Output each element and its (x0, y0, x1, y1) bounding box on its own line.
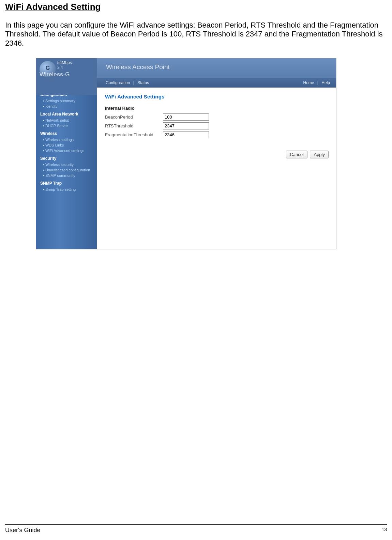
logo-name: Wireless-G (40, 71, 70, 78)
rts-threshold-label: RTSThreshold (105, 123, 163, 128)
sidebar-item-dhcp[interactable]: DHCP Server (36, 123, 97, 128)
footer-guide: User's Guide (5, 527, 40, 534)
nav-help[interactable]: Help (321, 80, 330, 85)
doc-title: WiFi Advanced Setting (5, 2, 387, 12)
sidebar-item-wifi-advanced[interactable]: WiFi Advanced settings (36, 148, 97, 153)
fragmentation-threshold-input[interactable] (163, 131, 209, 138)
sidebar-item-wireless-security[interactable]: Wireless security (36, 162, 97, 167)
header-bar: G 54Mbps 2.4 Wireless-G Wireless Access … (36, 58, 336, 78)
page-footer: User's Guide 13 (5, 524, 387, 534)
nav-separator: | (133, 80, 134, 85)
page-number: 13 (381, 527, 387, 532)
section-security: Security (36, 153, 97, 162)
nav-home[interactable]: Home (303, 80, 314, 85)
fragmentation-threshold-label: FragmentationThreshold (105, 132, 163, 137)
nav-configuration[interactable]: Configuration (106, 80, 130, 85)
sidebar-item-snmp-community[interactable]: SNMP community (36, 173, 97, 178)
logo-band: 2.4 (57, 65, 63, 70)
sidebar-item-unauthorized-config[interactable]: Unauthorized configuration (36, 167, 97, 173)
sidebar-item-settings-summary[interactable]: Settings summary (36, 98, 97, 104)
sidebar-item-network-setup[interactable]: Network setup (36, 118, 97, 123)
sidebar-item-snmp-trap-setting[interactable]: Snmp Trap setting (36, 187, 97, 192)
beacon-period-input[interactable] (163, 113, 209, 121)
content-title: WiFi Advanced Settings (105, 94, 328, 99)
product-title: Wireless Access Point (106, 63, 170, 71)
sidebar: Configuration Settings summary Identity … (36, 88, 97, 249)
nav-separator: | (317, 80, 318, 85)
nav-status[interactable]: Status (137, 80, 149, 85)
rts-threshold-input[interactable] (163, 122, 209, 129)
logo-speed: 54Mbps (57, 60, 72, 65)
apply-button[interactable]: Apply (310, 151, 329, 158)
doc-description: In this page you can configure the WiFi … (5, 21, 387, 48)
content-area: WiFi Advanced Settings Internal Radio Be… (97, 88, 336, 249)
sidebar-item-wireless-settings[interactable]: Wireless settings (36, 137, 97, 142)
section-snmp-trap: SNMP Trap (36, 178, 97, 187)
cancel-button[interactable]: Cancel (286, 151, 307, 158)
section-lan: Local Area Network (36, 109, 97, 118)
beacon-period-label: BeaconPeriod (105, 114, 163, 120)
nav-bar: Configuration | Status Home | Help (97, 78, 336, 88)
internal-radio-heading: Internal Radio (105, 106, 328, 111)
sidebar-item-wds-links[interactable]: WDS Links (36, 142, 97, 148)
logo-area: G 54Mbps 2.4 Wireless-G (36, 58, 97, 95)
sidebar-item-identity[interactable]: Identity (36, 104, 97, 109)
section-wireless: Wireless (36, 128, 97, 137)
router-screenshot: G 54Mbps 2.4 Wireless-G Wireless Access … (36, 58, 336, 249)
